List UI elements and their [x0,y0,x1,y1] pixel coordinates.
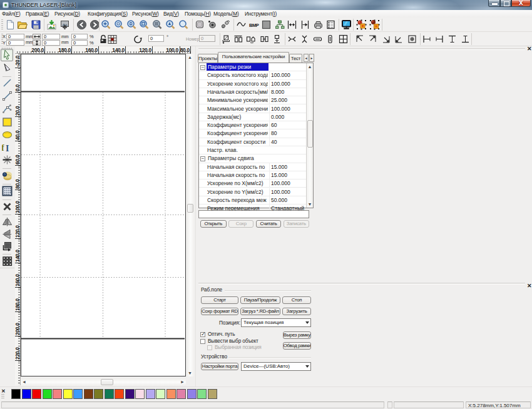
svg-text:BMP: BMP [249,23,259,28]
svg-text:f: f [2,143,4,153]
svg-text:I: I [6,143,9,153]
